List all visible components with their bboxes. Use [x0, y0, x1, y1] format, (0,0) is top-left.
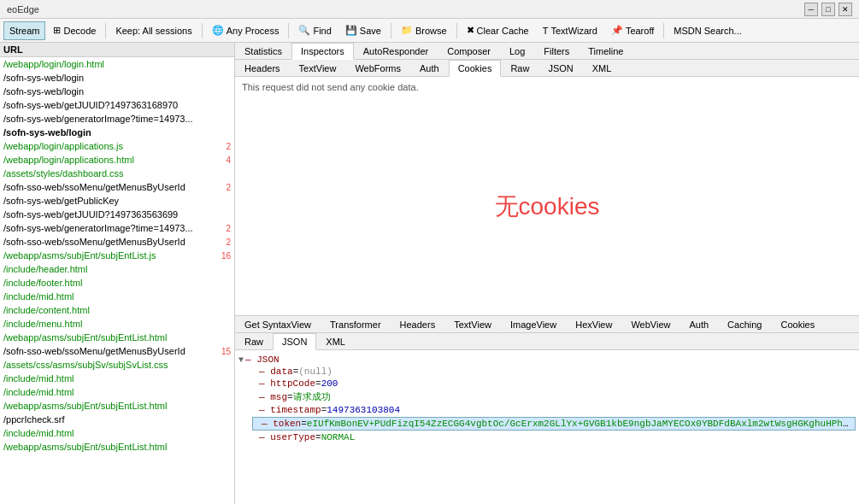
url-item[interactable]: /webapp/login/applications.js2 — [0, 139, 234, 153]
url-item[interactable]: /sofn-sys-web/login — [0, 71, 234, 85]
left-panel: URL /webapp/login/login.html/sofn-sys-we… — [0, 43, 235, 504]
url-item[interactable]: /sofn-sys-web/login — [0, 126, 234, 139]
url-item[interactable]: /include/content.html — [0, 303, 234, 317]
url-item[interactable]: /assets/styles/dashboard.css — [0, 167, 234, 180]
response-tab-get-syntaxview[interactable]: Get SyntaxView — [235, 316, 321, 332]
sessions-button[interactable]: Keep: All sessions — [109, 21, 197, 40]
url-item[interactable]: /sofn-sso-web/ssoMenu/getMenusByUserId2 — [0, 180, 234, 194]
window-controls: ─ □ ✕ — [804, 3, 852, 16]
json-tree[interactable]: ▼— JSON — data=(null) — httpCode=200 — m… — [235, 350, 859, 504]
find-button[interactable]: 🔍 Find — [292, 21, 337, 40]
request-subtab-auth[interactable]: Auth — [410, 60, 449, 76]
url-item[interactable]: /include/menu.html — [0, 317, 234, 331]
request-tab-filters[interactable]: Filters — [534, 43, 579, 59]
clear-cache-button[interactable]: ✖ Clear Cache — [461, 21, 535, 40]
response-tab-cookies[interactable]: Cookies — [771, 316, 824, 332]
response-subtab-xml[interactable]: XML — [316, 333, 355, 349]
url-item[interactable]: /include/header.html — [0, 262, 234, 276]
request-subtab-raw[interactable]: Raw — [501, 60, 538, 76]
maximize-button[interactable]: □ — [821, 3, 835, 16]
toolbar: Stream ⊞ Decode Keep: All sessions 🌐 Any… — [0, 19, 859, 43]
url-item[interactable]: /assets/css/asms/subjSv/subjSvList.css — [0, 358, 234, 372]
url-list[interactable]: /webapp/login/login.html/sofn-sys-web/lo… — [0, 57, 234, 504]
url-item[interactable]: /webapp/login/login.html — [0, 57, 234, 71]
url-item[interactable]: /webapp/asms/subjEnt/subjEntList.html — [0, 399, 234, 413]
save-button[interactable]: 💾 Save — [339, 21, 387, 40]
url-item[interactable]: /sofn-sys-web/getJUUID?1497363168970 — [0, 98, 234, 112]
url-item[interactable]: /webapp/asms/subjEnt/subjEntList.html — [0, 331, 234, 344]
stream-button[interactable]: Stream — [3, 21, 45, 40]
tearoff-button[interactable]: 📌 Tearoff — [605, 21, 660, 40]
decode-button[interactable]: ⊞ Decode — [47, 21, 102, 40]
minimize-button[interactable]: ─ — [804, 3, 818, 16]
app-title: eoEdge — [7, 4, 39, 15]
request-tab-composer[interactable]: Composer — [438, 43, 500, 59]
url-item[interactable]: /ppcrIcheck.srf — [0, 413, 234, 426]
expand-icon[interactable]: ▼ — [238, 355, 244, 365]
browse-button[interactable]: 📁 Browse — [395, 21, 453, 40]
url-item[interactable]: /include/mid.html — [0, 372, 234, 385]
response-subtab-raw[interactable]: Raw — [235, 333, 273, 349]
text-wizard-button[interactable]: T TextWizard — [537, 21, 603, 40]
response-subtab-bar: RawJSONXML — [235, 333, 859, 350]
url-item[interactable]: /include/mid.html — [0, 426, 234, 440]
response-tab-imageview[interactable]: ImageView — [501, 316, 566, 332]
right-panel: StatisticsInspectorsAutoResponderCompose… — [235, 43, 859, 504]
url-item[interactable]: /sofn-sso-web/ssoMenu/getMenusByUserId2 — [0, 235, 234, 249]
response-tab-auth[interactable]: Auth — [680, 316, 718, 332]
url-item[interactable]: /webapp/login/applications.html4 — [0, 153, 234, 167]
response-tab-transformer[interactable]: Transformer — [321, 316, 391, 332]
json-node-userType[interactable]: — userType=NORMAL — [238, 431, 856, 443]
json-node-data[interactable]: — data=(null) — [238, 366, 856, 378]
process-button[interactable]: 🌐 Any Process — [206, 21, 285, 40]
request-tab-log[interactable]: Log — [500, 43, 534, 59]
response-tab-textview[interactable]: TextView — [444, 316, 501, 332]
response-tab-hexview[interactable]: HexView — [566, 316, 621, 332]
selected-row[interactable]: — token=eIUfKmBonEV+PUdFizqI54ZzECGG4vgb… — [252, 417, 856, 431]
url-item[interactable]: /sofn-sys-web/getPublicKey — [0, 194, 234, 208]
request-tab-statistics[interactable]: Statistics — [235, 43, 291, 59]
url-item[interactable]: /webapp/asms/subjEnt/subjEntList.js16 — [0, 249, 234, 262]
response-subtab-json[interactable]: JSON — [273, 333, 316, 350]
response-tab-webview[interactable]: WebView — [621, 316, 680, 332]
find-icon: 🔍 — [298, 25, 310, 36]
url-item[interactable]: /sofn-sys-web/login — [0, 85, 234, 98]
request-subtab-cookies[interactable]: Cookies — [449, 60, 502, 77]
url-item[interactable]: /include/mid.html — [0, 290, 234, 303]
cookie-area: 无cookies — [235, 97, 859, 315]
request-tab-timeline[interactable]: Timeline — [579, 43, 632, 59]
url-item[interactable]: /sofn-sys-web/getJUUID?1497363563699 — [0, 208, 234, 221]
json-root: ▼— JSON — [238, 354, 856, 366]
url-item[interactable]: /include/footer.html — [0, 276, 234, 290]
globe-icon: 🌐 — [212, 25, 224, 36]
request-subtab-headers[interactable]: Headers — [235, 60, 290, 76]
response-panel: ▼— JSON — data=(null) — httpCode=200 — m… — [235, 350, 859, 504]
request-subtab-bar: HeadersTextViewWebFormsAuthCookiesRawJSO… — [235, 60, 859, 77]
request-subtab-xml[interactable]: XML — [583, 60, 621, 76]
request-tab-autoresponder[interactable]: AutoResponder — [354, 43, 438, 59]
url-item[interactable]: /sofn-sys-web/generatorImage?time=14973.… — [0, 112, 234, 126]
request-subtab-json[interactable]: JSON — [538, 60, 582, 76]
response-tab-headers[interactable]: Headers — [391, 316, 445, 332]
no-cookie-label: 无cookies — [495, 190, 600, 223]
url-column-label: URL — [3, 44, 23, 55]
json-node-token[interactable]: — token=eIUfKmBonEV+PUdFizqI54ZzECGG4vgb… — [238, 416, 856, 431]
request-tab-inspectors[interactable]: Inspectors — [291, 43, 354, 60]
response-tab-caching[interactable]: Caching — [718, 316, 771, 332]
url-item[interactable]: /sofn-sso-web/ssoMenu/getMenusByUserId15 — [0, 344, 234, 358]
url-item[interactable]: /webapp/asms/subjEnt/subjEntList.html — [0, 440, 234, 454]
request-subtab-textview[interactable]: TextView — [290, 60, 346, 76]
msdn-search-button[interactable]: MSDN Search... — [668, 21, 747, 40]
url-item[interactable]: /include/mid.html — [0, 385, 234, 399]
title-bar: eoEdge ─ □ ✕ — [0, 0, 859, 19]
json-node-timestamp[interactable]: — timestamp=1497363103804 — [238, 404, 856, 416]
sep6 — [663, 23, 664, 38]
main-container: URL /webapp/login/login.html/sofn-sys-we… — [0, 43, 859, 504]
request-subtab-webforms[interactable]: WebForms — [345, 60, 410, 76]
response-tab-bar: Get SyntaxViewTransformerHeadersTextView… — [235, 316, 859, 333]
url-item[interactable]: /sofn-sys-web/generatorImage?time=14973.… — [0, 221, 234, 235]
close-button[interactable]: ✕ — [838, 3, 852, 16]
json-node-httpCode[interactable]: — httpCode=200 — [238, 378, 856, 390]
decode-icon: ⊞ — [53, 25, 61, 36]
json-node-msg[interactable]: — msg=请求成功 — [238, 390, 856, 404]
